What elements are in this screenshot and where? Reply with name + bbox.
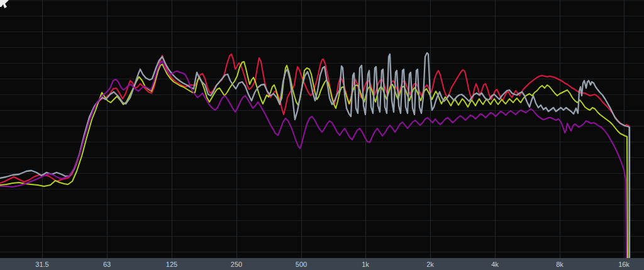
x-axis-tick-label: 63 <box>103 261 111 268</box>
x-axis-tick-label: 250 <box>231 261 242 268</box>
x-axis-tick-label: 31.5 <box>35 261 48 268</box>
x-axis-bar <box>0 258 644 270</box>
chart-background <box>0 0 644 270</box>
spectrum-chart-canvas[interactable]: 31.5631252505001k2k4k8k16k <box>0 0 644 270</box>
rta-analyzer-screen: 31.5631252505001k2k4k8k16k <box>0 0 644 270</box>
x-axis-tick-label: 500 <box>296 261 307 268</box>
x-axis-tick-label: 125 <box>166 261 177 268</box>
x-axis-tick-label: 2k <box>426 261 434 268</box>
x-axis-tick-label: 8k <box>556 261 564 268</box>
x-axis-tick-label: 1k <box>362 261 369 268</box>
x-axis-tick-label: 16k <box>618 261 630 268</box>
x-axis-tick-label: 4k <box>491 261 499 268</box>
